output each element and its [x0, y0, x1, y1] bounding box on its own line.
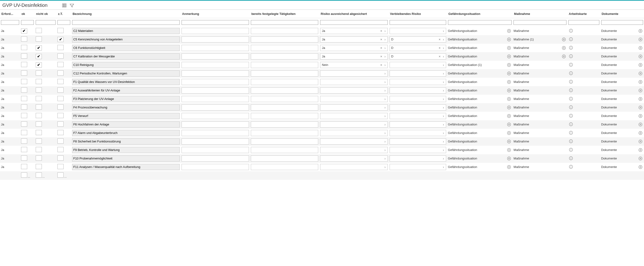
- filter-massnahme[interactable]: [514, 20, 566, 25]
- nicht-ok-checkbox[interactable]: [36, 164, 42, 169]
- clear-icon[interactable]: ×: [380, 63, 383, 67]
- ok-checkbox[interactable]: [21, 53, 27, 59]
- anmerkung-input[interactable]: [182, 138, 249, 145]
- risiko-combo[interactable]: ›: [320, 164, 388, 170]
- zt-checkbox[interactable]: [58, 45, 64, 50]
- zt-checkbox[interactable]: [58, 104, 64, 110]
- massnahme-link[interactable]: Maßnahme: [514, 29, 566, 33]
- arbeitskarte-info-icon[interactable]: [568, 71, 574, 76]
- arbeitskarte-info-icon[interactable]: [568, 88, 574, 93]
- chevron-right-icon[interactable]: ›: [383, 72, 387, 75]
- verbleibend-combo[interactable]: ›: [390, 147, 446, 153]
- anmerkung-input[interactable]: [182, 113, 249, 119]
- clear-icon[interactable]: ×: [380, 29, 383, 33]
- verbleibend-combo[interactable]: D × ›: [390, 36, 446, 42]
- filter-anmerkung[interactable]: [182, 20, 249, 25]
- bereits-input[interactable]: [251, 87, 318, 94]
- arbeitskarte-info-icon[interactable]: [568, 28, 574, 33]
- bezeichnung-input[interactable]: [72, 79, 180, 85]
- bereits-input[interactable]: [251, 130, 318, 136]
- anmerkung-input[interactable]: [182, 79, 249, 85]
- chevron-right-icon[interactable]: ›: [383, 123, 387, 126]
- verbleibend-combo[interactable]: ›: [390, 121, 446, 128]
- anmerkung-input[interactable]: [182, 28, 249, 34]
- verbleibend-combo[interactable]: ›: [390, 79, 446, 85]
- nicht-ok-checkbox[interactable]: [36, 155, 42, 161]
- gefaehrdung-link[interactable]: Gefährdungssituation: [448, 148, 506, 152]
- ok-checkbox[interactable]: [21, 70, 27, 76]
- massnahme-link[interactable]: Maßnahme: [514, 148, 566, 152]
- bezeichnung-input[interactable]: [72, 70, 180, 76]
- zt-checkbox[interactable]: [58, 53, 64, 59]
- chevron-right-icon[interactable]: ›: [383, 46, 387, 50]
- arbeitskarte-info-icon[interactable]: [568, 113, 574, 118]
- ok-checkbox[interactable]: [21, 87, 27, 93]
- bezeichnung-input[interactable]: [72, 113, 180, 119]
- risiko-combo[interactable]: ›: [320, 138, 388, 145]
- ok-checkbox[interactable]: [21, 36, 27, 41]
- massnahme-link[interactable]: Maßnahme (1): [514, 37, 560, 41]
- zt-checkbox[interactable]: [58, 79, 64, 84]
- anmerkung-input[interactable]: [182, 36, 249, 42]
- risiko-combo[interactable]: ›: [320, 70, 388, 76]
- bereits-input[interactable]: [251, 36, 318, 42]
- bezeichnung-input[interactable]: [72, 138, 180, 145]
- bereits-input[interactable]: [251, 53, 318, 59]
- arbeitskarte-info-icon[interactable]: [568, 156, 574, 161]
- gefaehrdung-link[interactable]: Gefährdungssituation (1): [448, 63, 506, 67]
- ok-checkbox[interactable]: [21, 104, 27, 110]
- chevron-right-icon[interactable]: ›: [383, 165, 387, 169]
- gefaehrdung-link[interactable]: Gefährdungssituation: [448, 97, 506, 101]
- chevron-right-icon[interactable]: ›: [442, 114, 446, 118]
- dokumente-link[interactable]: Dokumente: [601, 114, 637, 118]
- massnahme-link[interactable]: Maßnahme: [514, 140, 566, 143]
- ok-checkbox[interactable]: [21, 79, 27, 84]
- gefaehrdung-add-icon[interactable]: [506, 37, 512, 42]
- gefaehrdung-link[interactable]: Gefährdungssituation: [448, 123, 506, 126]
- verbleibend-combo[interactable]: ›: [390, 164, 446, 170]
- dokumente-add-icon[interactable]: [638, 37, 643, 42]
- nicht-ok-checkbox[interactable]: [36, 62, 42, 68]
- bereits-input[interactable]: [251, 104, 318, 111]
- nicht-ok-checkbox[interactable]: [36, 45, 42, 50]
- gefaehrdung-link[interactable]: Gefährdungssituation: [448, 140, 506, 143]
- nicht-ok-checkbox[interactable]: [36, 79, 42, 84]
- bezeichnung-input[interactable]: [72, 96, 180, 102]
- col-zt[interactable]: z.T.: [56, 10, 71, 18]
- nicht-ok-checkbox[interactable]: [36, 70, 42, 76]
- dokumente-add-icon[interactable]: [638, 96, 643, 102]
- bereits-input[interactable]: [251, 138, 318, 145]
- gefaehrdung-add-icon[interactable]: [506, 62, 512, 68]
- chevron-right-icon[interactable]: ›: [442, 72, 446, 75]
- dokumente-add-icon[interactable]: [638, 88, 643, 93]
- zt-checkbox[interactable]: [58, 87, 64, 93]
- chevron-right-icon[interactable]: ›: [442, 89, 446, 92]
- arbeitskarte-info-icon[interactable]: [568, 139, 574, 144]
- gefaehrdung-add-icon[interactable]: [506, 147, 512, 153]
- arbeitskarte-info-icon[interactable]: [568, 147, 574, 152]
- chevron-right-icon[interactable]: ›: [442, 123, 446, 126]
- ok-footer-box[interactable]: [21, 172, 27, 178]
- gefaehrdung-add-icon[interactable]: [506, 113, 512, 119]
- dokumente-add-icon[interactable]: [638, 79, 643, 85]
- bereits-input[interactable]: [251, 164, 318, 170]
- gefaehrdung-link[interactable]: Gefährdungssituation: [448, 89, 506, 92]
- bezeichnung-input[interactable]: [72, 121, 180, 128]
- risiko-combo[interactable]: ›: [320, 155, 388, 162]
- chevron-right-icon[interactable]: ›: [442, 97, 446, 101]
- gefaehrdung-add-icon[interactable]: [506, 45, 512, 50]
- massnahme-add-icon[interactable]: [561, 54, 566, 59]
- anmerkung-input[interactable]: [182, 130, 249, 136]
- chevron-right-icon[interactable]: ›: [442, 46, 446, 50]
- zt-checkbox[interactable]: [58, 113, 64, 118]
- bezeichnung-input[interactable]: [72, 36, 180, 42]
- anmerkung-input[interactable]: [182, 87, 249, 94]
- gefaehrdung-link[interactable]: Gefährdungssituation: [448, 106, 506, 109]
- arbeitskarte-info-icon[interactable]: [568, 37, 574, 42]
- filter-bezeichnung[interactable]: [72, 20, 180, 25]
- risiko-combo[interactable]: ›: [320, 79, 388, 85]
- filter-verbleibend[interactable]: [390, 20, 446, 25]
- verbleibend-combo[interactable]: ›: [390, 155, 446, 162]
- dokumente-link[interactable]: Dokumente: [601, 131, 637, 135]
- chevron-right-icon[interactable]: ›: [383, 80, 387, 84]
